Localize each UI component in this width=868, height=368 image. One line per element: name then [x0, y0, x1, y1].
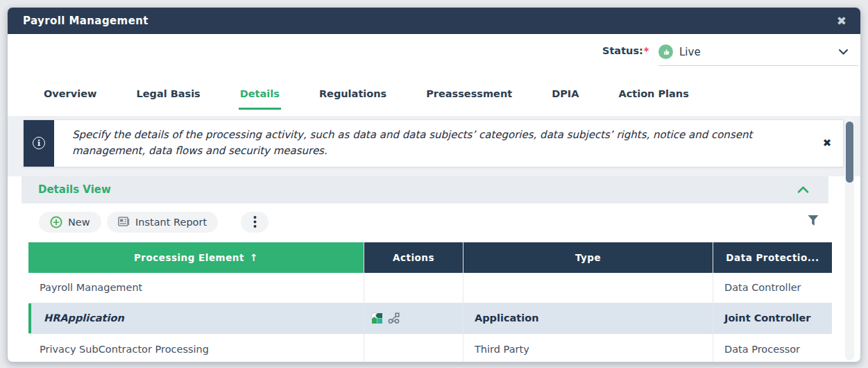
processing-elements-table: Processing Element ↑ Actions Type Data P…: [28, 242, 832, 363]
column-header-processing-element[interactable]: Processing Element ↑: [28, 242, 364, 273]
info-banner-text: Specify the details of the processing ac…: [54, 120, 811, 167]
filter-funnel-icon: [806, 214, 820, 227]
chevron-down-icon[interactable]: [838, 49, 849, 56]
tab-dpia[interactable]: DPIA: [550, 78, 580, 110]
details-view-header[interactable]: Details View: [22, 176, 828, 203]
dialog-close-icon[interactable]: ✖: [837, 15, 846, 27]
status-row: Status:* Live: [8, 34, 860, 72]
processing-element-cell: Payroll Management: [28, 273, 364, 303]
column-header-type[interactable]: Type: [463, 242, 713, 273]
table-row-selected[interactable]: HRApplication Application Joint Controll…: [28, 303, 832, 334]
vertical-scrollbar-track[interactable]: [845, 116, 854, 360]
status-label: Status:*: [602, 45, 649, 56]
tab-regulations[interactable]: Regulations: [318, 78, 388, 110]
table-row[interactable]: Privacy SubContractor Processing Third P…: [28, 334, 832, 363]
data-protection-cell: Joint Controller: [713, 303, 832, 333]
tab-legal-basis[interactable]: Legal Basis: [135, 78, 201, 110]
data-protection-cell: Data Processor: [713, 334, 832, 363]
section-title: Details View: [38, 183, 111, 196]
instant-report-label: Instant Report: [135, 217, 207, 228]
sort-ascending-icon: ↑: [250, 252, 258, 263]
processing-element-cell: Privacy SubContractor Processing: [28, 334, 364, 363]
tab-details[interactable]: Details: [239, 78, 281, 110]
live-status-icon: [658, 44, 673, 59]
new-button[interactable]: New: [39, 212, 101, 233]
required-asterisk: *: [644, 45, 649, 56]
tab-preassessment[interactable]: Preassessment: [425, 78, 513, 110]
column-header-data-protection[interactable]: Data Protectio...: [713, 242, 832, 273]
vertical-scrollbar-thumb[interactable]: [846, 122, 853, 183]
info-icon-block: i: [24, 120, 54, 167]
kebab-menu-icon: [253, 215, 257, 228]
column-header-actions[interactable]: Actions: [364, 242, 463, 273]
table-header-row: Processing Element ↑ Actions Type Data P…: [28, 242, 832, 273]
info-icon: i: [33, 137, 45, 149]
info-banner: i Specify the details of the processing …: [23, 119, 844, 167]
tab-strip: Overview Legal Basis Details Regulations…: [8, 72, 860, 116]
new-button-label: New: [68, 217, 90, 228]
integration-puzzle-icon[interactable]: [371, 312, 383, 324]
tab-overview[interactable]: Overview: [42, 78, 98, 110]
dialog-titlebar: Payroll Management ✖: [8, 8, 860, 34]
status-dropdown[interactable]: Live: [658, 38, 858, 66]
payroll-management-dialog: Payroll Management ✖ Status:* Live Overv…: [7, 7, 861, 362]
type-cell: Third Party: [463, 334, 713, 363]
table-row[interactable]: Payroll Management Data Controller: [28, 273, 832, 303]
report-icon: [118, 217, 130, 227]
actions-cell: [364, 334, 463, 363]
instant-report-button[interactable]: Instant Report: [107, 212, 218, 233]
table-toolbar: New Instant Report: [8, 203, 860, 242]
processing-element-cell: HRApplication: [28, 303, 364, 333]
actions-cell: [364, 273, 463, 303]
more-options-button[interactable]: [241, 212, 269, 233]
actions-cell: [364, 303, 463, 333]
plus-circle-icon: [50, 216, 62, 228]
data-flow-graph-icon[interactable]: [388, 312, 401, 324]
info-banner-wrap: i Specify the details of the processing …: [8, 116, 860, 176]
dialog-title: Payroll Management: [23, 15, 148, 27]
filter-button[interactable]: [806, 214, 820, 230]
chevron-up-icon[interactable]: [797, 186, 809, 194]
banner-close-icon[interactable]: ✖: [811, 120, 843, 167]
data-protection-cell: Data Controller: [713, 273, 832, 303]
tab-action-plans[interactable]: Action Plans: [617, 78, 690, 110]
type-cell: [463, 273, 713, 303]
status-value: Live: [679, 46, 701, 58]
type-cell: Application: [463, 303, 713, 333]
